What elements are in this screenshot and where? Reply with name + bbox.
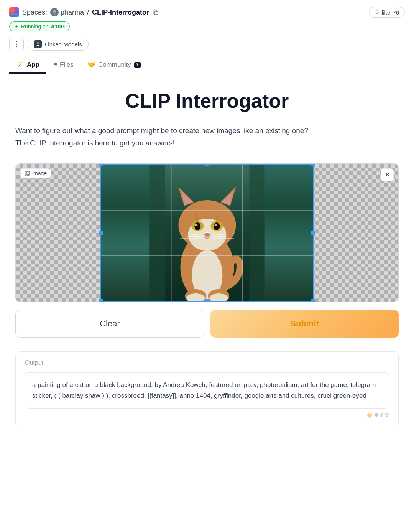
files-tab-label: Files [60,61,74,69]
svg-point-6 [37,42,39,44]
repo-name: CLIP-Interrogator [92,8,149,16]
watermark-text: 🔆 量子位 [366,412,389,418]
three-dots-icon: ⋮ [13,40,20,48]
toolbar: ⋮ Linked Models [9,37,405,51]
app-tab-icon: 🪄 [16,61,24,69]
pharma-link[interactable]: pharma [50,8,84,16]
svg-point-24 [214,222,220,230]
svg-rect-3 [15,13,17,15]
lightning-icon: ✦ [14,23,19,30]
linked-models-button[interactable]: Linked Models [28,38,89,51]
running-badge: ✦ Running on A10G [9,21,70,31]
svg-rect-0 [11,9,14,12]
like-count: 76 [393,9,399,16]
spaces-label: Spaces: [22,8,47,16]
svg-rect-5 [154,11,158,15]
image-upload-container[interactable]: image ✕ [15,163,399,302]
like-label: like [382,9,391,16]
avatar [50,8,59,16]
community-tab-label: Community [98,61,131,69]
svg-rect-11 [150,164,165,302]
output-text: a painting of a cat on a black backgroun… [25,372,389,409]
tab-app[interactable]: 🪄 App [9,57,46,74]
svg-rect-2 [11,13,14,15]
output-section: Output a painting of a cat on a black ba… [15,351,399,427]
running-prefix: Running on [21,23,49,30]
tabs: 🪄 App ≡ Files 🤝 Community 7 [9,57,405,74]
description-line1: Want to figure out what a good prompt mi… [15,127,308,135]
cat-image-area [100,164,314,302]
cat-image [100,164,314,302]
linked-models-label: Linked Models [45,41,82,48]
watermark: 🔆 量子位 [25,412,389,419]
page-title: CLIP Interrogator [15,89,399,112]
description-line2: The CLIP Interrogator is here to get you… [15,139,175,147]
heart-icon: ♡ [375,9,380,16]
pharma-label: pharma [61,8,84,16]
submit-button[interactable]: Submit [210,310,399,338]
tab-files[interactable]: ≡ Files [46,57,80,74]
model-icon [34,40,42,48]
clear-button[interactable]: Clear [15,310,204,338]
separator: / [87,8,89,16]
community-tab-icon: 🤝 [87,61,95,69]
svg-point-4 [53,10,56,13]
main-content: CLIP Interrogator Want to figure out wha… [0,74,414,442]
tab-community[interactable]: 🤝 Community 7 [80,57,148,74]
svg-rect-12 [249,164,264,302]
a10g-label: A10G [51,23,65,30]
like-button[interactable]: ♡ like 76 [369,7,405,18]
output-label: Output [25,359,389,366]
header-top: Spaces: pharma / CLIP-Interrogator ♡ lik… [9,7,405,18]
svg-rect-1 [15,9,17,12]
app-tab-label: App [27,61,39,69]
image-canvas[interactable]: + [16,164,398,302]
svg-point-25 [195,224,197,226]
header: Spaces: pharma / CLIP-Interrogator ♡ lik… [0,0,414,74]
svg-point-23 [194,222,200,230]
close-button[interactable]: ✕ [381,168,394,181]
image-label: image [20,168,51,178]
copy-icon[interactable] [152,9,159,16]
description: Want to figure out what a good prompt mi… [15,125,360,150]
community-badge: 7 [134,62,141,68]
files-tab-icon: ≡ [53,61,57,69]
spaces-logo [9,7,19,17]
buttons-row: Clear Submit [15,310,399,338]
svg-point-27 [204,233,210,237]
three-dots-button[interactable]: ⋮ [9,37,24,51]
svg-point-26 [214,224,217,226]
